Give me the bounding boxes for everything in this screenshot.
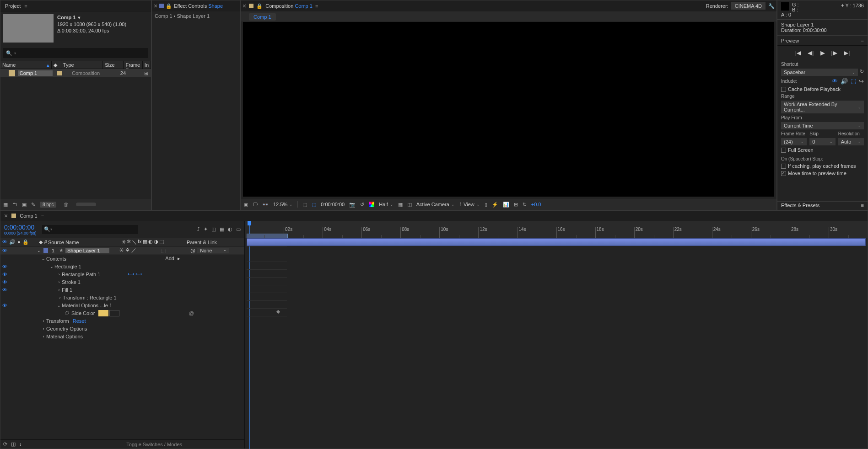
motion-blur-switch-icon[interactable]: ◐ (148, 239, 153, 246)
ruler-tick[interactable]: 20s (634, 227, 673, 238)
timeline-tab[interactable]: Comp 1 (20, 213, 38, 219)
reset-link[interactable]: Reset (73, 318, 86, 324)
adjustment-switch-icon[interactable]: ◑ (154, 239, 158, 246)
motion-blur-icon[interactable]: ◐ (228, 226, 232, 232)
eye-icon[interactable]: 👁 (2, 303, 9, 308)
color-swatch[interactable] (98, 310, 108, 316)
property-row[interactable]: ›TransformReset (0, 317, 244, 325)
render-icon[interactable]: ⟳ (3, 441, 7, 447)
3d-switch-icon[interactable]: ⬚ (161, 247, 166, 253)
resolution-icon[interactable]: ⬚ (302, 202, 307, 208)
layer-duration-bar[interactable] (247, 238, 866, 246)
fast-preview-icon[interactable]: ⚡ (492, 202, 498, 208)
property-row[interactable]: ›Transform : Rectangle 1 (0, 294, 244, 301)
fast-preview-icon[interactable]: ▦ (398, 202, 403, 208)
playfrom-dropdown[interactable]: Current Time⌄ (781, 122, 864, 129)
include-video-icon[interactable]: 👁 (832, 78, 838, 85)
solo-column-icon[interactable]: ● (17, 239, 21, 245)
ruler-tick[interactable]: 16s (556, 227, 595, 238)
property-row[interactable]: 👁⌄Rectangle 1 (0, 262, 244, 270)
ruler-tick[interactable]: 22s (673, 227, 712, 238)
comp-mini-flowchart-icon[interactable]: ⤴ (197, 226, 200, 232)
eye-icon[interactable]: 👁 (2, 287, 9, 293)
ruler-tick[interactable]: 02s (284, 227, 323, 238)
always-preview-icon[interactable]: ▣ (243, 202, 248, 208)
checkbox-icon[interactable] (781, 164, 786, 169)
checkbox-icon[interactable] (781, 171, 786, 176)
twirl-icon[interactable]: ⌄ (37, 248, 41, 253)
next-frame-button[interactable]: |▶ (831, 49, 837, 56)
movetime-checkbox-row[interactable]: Move time to preview time (781, 171, 864, 176)
parent-column[interactable]: Parent & Link (183, 240, 217, 245)
camera-dropdown[interactable]: Active Camera⌄ (416, 202, 455, 207)
property-row[interactable]: 👁›Fill 1 (0, 286, 244, 294)
snapshot-icon[interactable]: 📷 (349, 202, 356, 208)
close-icon[interactable]: × (243, 2, 246, 10)
pickwhip-icon[interactable]: @ (189, 310, 194, 316)
ruler-tick[interactable]: 06s (361, 227, 400, 238)
property-row[interactable]: ›Geometry Options (0, 325, 244, 332)
reset-exposure-icon[interactable]: ↻ (523, 202, 527, 208)
effects-presets-panel[interactable]: Effects & Presets ≡ (777, 201, 868, 210)
shortcut-dropdown[interactable]: Spacebar⌄ (781, 69, 858, 76)
fullscreen-checkbox-row[interactable]: Full Screen (781, 147, 864, 153)
add-shape-icon[interactable]: ▸ (178, 256, 180, 262)
parent-dropdown[interactable]: None⌄ (197, 248, 229, 253)
frame-blend-switch-icon[interactable]: ▦ (143, 239, 147, 246)
trash-icon[interactable]: 🗑 (64, 202, 69, 207)
toggle-switches-button[interactable]: Toggle Switches / Modes (126, 442, 182, 447)
new-comp-icon[interactable]: ▣ (22, 202, 27, 208)
flowchart-icon[interactable]: ⊞ (144, 70, 148, 76)
col-framerate[interactable]: Frame R... (124, 61, 142, 69)
shy-switch-icon[interactable]: ⚹ (122, 239, 126, 246)
show-snapshot-icon[interactable]: ↺ (360, 202, 364, 208)
checkbox-icon[interactable] (781, 87, 786, 92)
quality-switch-icon[interactable]: ＼ (132, 239, 137, 246)
proxy-icon[interactable]: ◫ (11, 441, 16, 447)
ruler-tick[interactable]: 28s (790, 227, 829, 238)
eye-column-icon[interactable]: 👁 (2, 239, 7, 245)
timeline-track-pane[interactable]: 02s04s06s08s10s12s14s16s18s20s22s24s26s2… (245, 221, 868, 449)
reset-icon[interactable]: ↻ (860, 69, 864, 76)
source-name-column[interactable]: Source Name (46, 240, 122, 245)
sort-icon[interactable]: ▴ (47, 62, 49, 68)
bpc-button[interactable]: 8 bpc (40, 202, 56, 208)
property-row[interactable]: ⌄ContentsAdd:▸ (0, 255, 244, 262)
roi-icon[interactable]: ⬚ (312, 202, 316, 208)
layer-row[interactable]: 👁 ⌄ 1 ★ Shape Layer 1 ⚹✲／ ⬚ @ None⌄ (0, 246, 244, 255)
settings-icon[interactable]: 🔧 (768, 3, 775, 9)
mask-icon[interactable]: 👓 (262, 202, 269, 208)
fx-switch-icon[interactable]: fx (138, 239, 142, 246)
project-search[interactable]: 🔍 ▾ (3, 48, 148, 58)
frame-icon[interactable]: ↓ (19, 441, 22, 447)
eye-icon[interactable]: 👁 (2, 264, 9, 269)
draft-3d-icon[interactable]: ✦ (204, 226, 208, 232)
hide-shy-icon[interactable]: ◫ (211, 226, 216, 232)
eye-icon[interactable]: 👁 (2, 279, 9, 285)
timeline-timecode[interactable]: 0:00:00:00 (4, 224, 34, 231)
skip-dropdown[interactable]: 0⌄ (809, 138, 835, 145)
transparency-grid-icon[interactable]: 🖵 (253, 202, 258, 207)
include-overlay-icon[interactable]: ⬚ (851, 78, 856, 85)
col-type[interactable]: Type (61, 61, 103, 69)
panel-menu-icon[interactable]: ≡ (315, 3, 318, 9)
toggle-alpha-icon[interactable]: ◫ (407, 202, 412, 208)
interpret-footage-icon[interactable]: ▦ (3, 202, 8, 208)
panel-menu-icon[interactable]: ≡ (24, 3, 27, 9)
loop-icon[interactable]: ↪ (859, 78, 864, 85)
property-row[interactable]: ⏱Side Color@ (0, 309, 244, 317)
label-column-icon[interactable]: ◆ (39, 239, 43, 245)
label-color-icon[interactable] (43, 248, 48, 253)
col-name[interactable]: Name (2, 62, 16, 68)
lock-column-icon[interactable]: 🔒 (22, 239, 29, 245)
composition-tab[interactable]: Comp 1 (249, 13, 276, 21)
color-swatch-alt[interactable] (109, 310, 119, 316)
view-layout-dropdown[interactable]: 1 View⌄ (459, 202, 480, 207)
ruler-tick[interactable]: 18s (595, 227, 634, 238)
range-dropdown[interactable]: Work Area Extended By Current...⌄ (781, 101, 864, 113)
flowchart-icon[interactable]: ⊞ (514, 202, 518, 208)
pixel-aspect-icon[interactable]: ▯ (485, 202, 487, 208)
last-frame-button[interactable]: ▶| (844, 49, 850, 56)
timeline-icon[interactable]: 📊 (503, 202, 509, 208)
pickwhip-icon[interactable]: @ (190, 248, 195, 253)
